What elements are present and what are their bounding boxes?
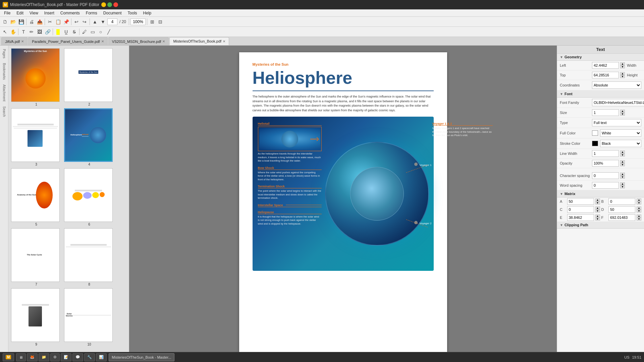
save-btn[interactable]: 💾 — [17, 18, 25, 25]
taskbar-icon-2[interactable]: 🦊 — [27, 353, 38, 361]
matrix-b-spin-up[interactable]: ▲ — [637, 198, 641, 201]
word-spacing-spin-down[interactable]: ▼ — [620, 185, 625, 188]
tab-java[interactable]: JAVA.pdf ✕ — [1, 37, 28, 45]
thumbnail-1[interactable]: Mysteries of the Sun 1 — [11, 48, 61, 106]
export-btn[interactable]: 📤 — [36, 18, 43, 25]
geometry-section-header[interactable]: ▼ Geometry — [557, 54, 644, 61]
line-width-spin-down[interactable]: ▼ — [620, 154, 625, 157]
taskbar-icon-8[interactable]: 📊 — [96, 353, 107, 361]
page-number-input[interactable]: 4 — [107, 18, 117, 25]
coordinates-select[interactable]: Absolute Relative — [592, 81, 641, 89]
top-spin-up[interactable]: ▲ — [620, 72, 625, 75]
thumbnail-7[interactable]: The Solar Cycle 7 — [11, 228, 61, 286]
maximize-button[interactable] — [107, 2, 112, 7]
matrix-a-spin[interactable]: ▲ ▼ — [595, 198, 600, 204]
tab-close-mysteries[interactable]: ✕ — [223, 40, 225, 43]
taskbar-icon-4[interactable]: ⚙ — [50, 353, 60, 361]
cut-btn[interactable]: ✂ — [46, 18, 54, 25]
matrix-d-input[interactable] — [608, 206, 635, 213]
matrix-b-input[interactable] — [608, 198, 635, 205]
menu-forms[interactable]: Forms — [83, 10, 100, 16]
tab-mysteries[interactable]: MisteriesOfTheSun_Book.pdf ✕ — [169, 37, 229, 45]
line-width-spin-up[interactable]: ▲ — [620, 150, 625, 154]
rect-btn[interactable]: ▭ — [89, 28, 96, 36]
taskbar-icon-7[interactable]: 🔧 — [84, 353, 95, 361]
top-spin[interactable]: ▲ ▼ — [620, 72, 625, 78]
font-size-input[interactable] — [592, 109, 619, 116]
matrix-f-input[interactable] — [608, 214, 635, 221]
thumbnail-9[interactable]: 9 — [11, 288, 61, 346]
attachment-panel-icon[interactable]: Attachment — [1, 82, 7, 104]
taskbar-app-icon[interactable]: M — [3, 353, 14, 361]
menu-file[interactable]: File — [1, 10, 13, 16]
fit-page-btn[interactable]: ⊞ — [149, 18, 156, 25]
font-size-spin-up[interactable]: ▲ — [620, 110, 625, 113]
font-size-spin[interactable]: ▲ ▼ — [620, 110, 625, 116]
menu-help[interactable]: Help — [141, 10, 154, 16]
taskbar-main-app[interactable]: MisteriesOfTheSun_Book - Master... — [109, 353, 174, 361]
prev-page-btn[interactable]: ▲ — [91, 18, 99, 25]
tab-close-java[interactable]: ✕ — [21, 40, 24, 43]
tab-close-vs2010[interactable]: ✕ — [162, 40, 165, 43]
highlight-btn[interactable]: █ — [54, 28, 62, 36]
matrix-d-spin[interactable]: ▲ ▼ — [637, 206, 641, 213]
matrix-b-spin-down[interactable]: ▼ — [637, 201, 641, 204]
matrix-c-input[interactable] — [567, 206, 594, 213]
tab-vs2010[interactable]: VS2010_MSDN_Brochure.pdf ✕ — [108, 37, 169, 45]
taskbar-icon-6[interactable]: 💬 — [72, 353, 83, 361]
opacity-input[interactable] — [592, 160, 619, 167]
image-btn[interactable]: 🖼 — [36, 28, 43, 36]
tab-close-parallels[interactable]: ✕ — [101, 40, 104, 43]
line-btn[interactable]: ╱ — [105, 28, 112, 36]
matrix-f-spin-down[interactable]: ▼ — [637, 218, 641, 221]
matrix-d-spin-up[interactable]: ▲ — [637, 206, 641, 209]
bookmarks-panel-icon[interactable]: Bookmarks — [1, 61, 7, 82]
menu-insert[interactable]: Insert — [42, 10, 57, 16]
close-button[interactable] — [113, 2, 118, 7]
minimize-button[interactable] — [101, 2, 106, 7]
top-input[interactable] — [592, 72, 619, 78]
char-spacing-spin[interactable]: ▲ ▼ — [620, 173, 625, 179]
font-size-spin-down[interactable]: ▼ — [620, 113, 625, 116]
left-spin[interactable]: ▲ ▼ — [620, 62, 625, 68]
matrix-c-spin-up[interactable]: ▲ — [595, 206, 600, 209]
undo-btn[interactable]: ↩ — [73, 18, 80, 25]
clipping-path-section-header[interactable]: ▼ Clipping Path — [557, 222, 644, 229]
thumbnail-4[interactable]: Heliosphere Heliotail 4 — [64, 108, 114, 166]
char-spacing-input[interactable] — [592, 172, 619, 179]
zoom-input[interactable]: 100% — [130, 18, 146, 25]
char-spacing-spin-down[interactable]: ▼ — [620, 176, 625, 179]
matrix-a-spin-up[interactable]: ▲ — [595, 198, 600, 201]
matrix-d-spin-down[interactable]: ▼ — [637, 209, 641, 213]
link-btn[interactable]: 🔗 — [44, 28, 51, 36]
thumbnail-8[interactable]: 8 — [64, 228, 114, 286]
strikethrough-btn[interactable]: S̶ — [70, 28, 78, 36]
line-width-spin[interactable]: ▲ ▼ — [620, 150, 625, 157]
print-btn[interactable]: 🖨 — [28, 18, 35, 25]
matrix-e-spin-up[interactable]: ▲ — [595, 215, 600, 218]
matrix-a-spin-down[interactable]: ▼ — [595, 201, 600, 204]
left-spin-down[interactable]: ▼ — [620, 65, 625, 68]
left-spin-up[interactable]: ▲ — [620, 62, 625, 65]
stroke-color-select[interactable]: Black White Custom... — [600, 140, 641, 147]
matrix-e-spin[interactable]: ▲ ▼ — [595, 215, 600, 221]
word-spacing-spin-up[interactable]: ▲ — [620, 182, 625, 185]
underline-btn[interactable]: U̲ — [62, 28, 70, 36]
text-btn[interactable]: T — [20, 28, 27, 36]
search-panel-icon[interactable]: Search — [1, 104, 7, 119]
copy-btn[interactable]: 📋 — [54, 18, 62, 25]
new-btn[interactable]: 🗋 — [1, 18, 9, 25]
menu-tools[interactable]: Tools — [125, 10, 140, 16]
full-color-select[interactable]: White Black Custom... — [600, 129, 641, 137]
matrix-e-input[interactable] — [567, 214, 594, 221]
line-width-input[interactable] — [592, 150, 619, 157]
menu-comments[interactable]: Comments — [58, 10, 83, 16]
thumbnail-2[interactable]: Mysteries of the Sun 2 — [64, 48, 114, 106]
tab-parallels[interactable]: Parallels_Power_Panel_Users_Guide.pdf ✕ — [28, 37, 107, 45]
open-btn[interactable]: 📂 — [9, 18, 17, 25]
matrix-b-spin[interactable]: ▲ ▼ — [637, 198, 641, 204]
menu-edit[interactable]: Edit — [14, 10, 26, 16]
pages-panel-icon[interactable]: Pages — [1, 47, 7, 60]
paste-btn[interactable]: 📌 — [62, 18, 70, 25]
stroke-color-swatch[interactable] — [592, 141, 598, 146]
